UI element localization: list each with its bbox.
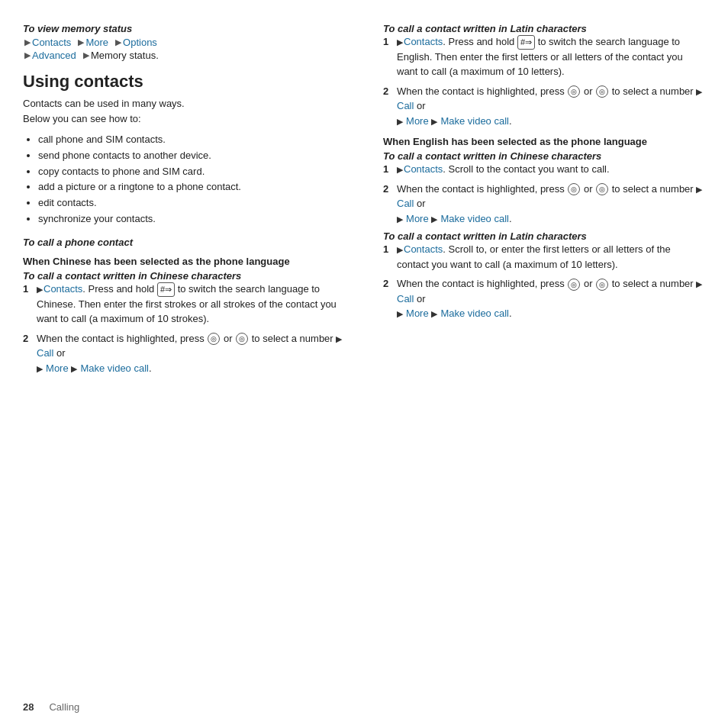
arrow-more-lb: ▶ bbox=[397, 309, 405, 318]
circle-icon-rt-1: ◎ bbox=[568, 85, 580, 98]
list-item: edit contacts. bbox=[38, 195, 345, 211]
step2-num-rt: 2 bbox=[383, 84, 397, 129]
step2-left: 2 When the contact is highlighted, press… bbox=[23, 331, 345, 376]
page-number: 28 bbox=[23, 701, 34, 713]
video-link-lb[interactable]: Make video call bbox=[440, 308, 509, 319]
step2-content-cr: When the contact is highlighted, press ◎… bbox=[397, 182, 705, 227]
arrow-video-cr: ▶ bbox=[431, 214, 440, 224]
contacts-link-cr[interactable]: Contacts bbox=[404, 163, 443, 175]
step1-text-cr: . Scroll to the contact you want to call… bbox=[443, 163, 609, 175]
step1-text: . Press and hold bbox=[82, 283, 154, 295]
video-link-rt[interactable]: Make video call bbox=[440, 115, 509, 127]
list-item: send phone contacts to another device. bbox=[38, 148, 345, 164]
when-chinese-heading: When Chinese has been selected as the ph… bbox=[23, 256, 345, 267]
step1-num-rt: 1 bbox=[383, 34, 397, 79]
memory-nav-line-1: ▶ Contacts ▶ More ▶ Options bbox=[23, 37, 345, 48]
intro-text: Contacts can be used in many ways. Below… bbox=[23, 96, 345, 126]
arrow-contacts-rt: ▶ bbox=[397, 37, 403, 47]
more-link-left[interactable]: More bbox=[46, 362, 69, 374]
step2-select-text-rt: to select a number bbox=[612, 85, 694, 97]
step2-select-lb: to select a number bbox=[612, 278, 694, 289]
step1-left: 1 ▶Contacts. Press and hold #⇒ to switch… bbox=[23, 282, 345, 327]
arrow-call-lb: ▶ bbox=[696, 279, 702, 288]
memory-status-heading: To view memory status bbox=[23, 23, 345, 34]
arrow-call-cr: ▶ bbox=[696, 185, 702, 194]
step2-num-cr: 2 bbox=[383, 182, 397, 227]
list-item: synchronize your contacts. bbox=[38, 211, 345, 227]
step1-text-rt: . Press and hold bbox=[443, 36, 514, 47]
contacts-link-lb[interactable]: Contacts bbox=[404, 243, 443, 255]
nav-arrow-6: ▶ bbox=[24, 50, 31, 60]
arrow-call: ▶ bbox=[336, 334, 342, 343]
arrow-video: ▶ bbox=[71, 364, 79, 373]
step1-content-lb: ▶Contacts. Scroll to, or enter the first… bbox=[397, 242, 705, 272]
nav-arrow-5: ▶ bbox=[115, 37, 121, 47]
call-link-rt[interactable]: Call bbox=[397, 100, 414, 111]
period-left: . bbox=[149, 362, 152, 374]
call-link-lb[interactable]: Call bbox=[397, 293, 414, 304]
arrow-contacts-lb: ▶ bbox=[397, 245, 403, 254]
step2-or-lb: or bbox=[584, 278, 595, 289]
step1-right-top: 1 ▶Contacts. Press and hold #⇒ to switch… bbox=[383, 34, 705, 79]
arrow-more-rt: ▶ bbox=[397, 117, 405, 126]
options-link[interactable]: Options bbox=[123, 37, 157, 48]
step2-num: 2 bbox=[23, 331, 37, 376]
period-1: . bbox=[156, 50, 159, 61]
period-lb: . bbox=[509, 308, 512, 319]
video-link-left[interactable]: Make video call bbox=[80, 362, 149, 374]
call-link-left[interactable]: Call bbox=[37, 347, 53, 359]
circle-icon-cr-1: ◎ bbox=[568, 183, 580, 195]
arrow-call-rt: ▶ bbox=[696, 87, 702, 96]
left-column: To view memory status ▶ Contacts ▶ More … bbox=[23, 23, 353, 380]
step1-chinese-right: 1 ▶Contacts. Scroll to the contact you w… bbox=[383, 162, 705, 177]
memory-status-text: Memory status bbox=[91, 50, 156, 61]
step1-num-lb: 1 bbox=[383, 242, 397, 272]
step2-text1-lb: When the contact is highlighted, press bbox=[397, 278, 565, 289]
advanced-link[interactable]: Advanced bbox=[32, 50, 76, 61]
nav-arrow-2 bbox=[72, 38, 75, 47]
step2-content-rt: When the contact is highlighted, press ◎… bbox=[397, 84, 705, 129]
step2-text1-rt: When the contact is highlighted, press bbox=[397, 85, 565, 97]
feature-list: call phone and SIM contacts. send phone … bbox=[23, 132, 345, 227]
arrow-more: ▶ bbox=[37, 364, 45, 373]
more-link-cr[interactable]: More bbox=[406, 213, 429, 224]
step2-chinese-right: 2 When the contact is highlighted, press… bbox=[383, 182, 705, 227]
period-rt1: . bbox=[509, 115, 512, 127]
chinese-chars-heading-right: To call a contact written in Chinese cha… bbox=[383, 150, 705, 162]
contacts-link-1[interactable]: Contacts bbox=[32, 37, 71, 48]
circle-icon-lb-1: ◎ bbox=[568, 279, 580, 291]
right-column: To call a contact written in Latin chara… bbox=[375, 23, 705, 380]
step2-content-lb: When the contact is highlighted, press ◎… bbox=[397, 276, 705, 321]
list-item: copy contacts to phone and SIM card. bbox=[38, 164, 345, 180]
circle-icon-2: ◎ bbox=[236, 333, 248, 345]
arrow-video-lb: ▶ bbox=[431, 309, 440, 318]
step2-or-rt: or bbox=[584, 85, 595, 97]
step2-latin-bottom: 2 When the contact is highlighted, press… bbox=[383, 276, 705, 321]
step2-or-cr: or bbox=[584, 183, 595, 195]
nav-arrow-4 bbox=[110, 38, 112, 47]
circle-icon-1: ◎ bbox=[208, 333, 220, 345]
more-link-rt[interactable]: More bbox=[406, 115, 429, 127]
call-link-cr[interactable]: Call bbox=[397, 198, 414, 209]
step1-num-cr: 1 bbox=[383, 162, 397, 177]
step2-text1: When the contact is highlighted, press bbox=[37, 333, 205, 344]
or-2: or bbox=[56, 347, 66, 359]
step1-content-cr: ▶Contacts. Scroll to the contact you wan… bbox=[397, 162, 705, 177]
list-item: add a picture or a ringtone to a phone c… bbox=[38, 179, 345, 195]
step2-select-text: to select a number bbox=[252, 333, 333, 344]
contacts-link-left-1[interactable]: Contacts bbox=[43, 283, 82, 295]
step2-select-cr: to select a number bbox=[612, 183, 694, 195]
circle-icon-rt-2: ◎ bbox=[596, 85, 608, 98]
step1-content-rt: ▶Contacts. Press and hold #⇒ to switch t… bbox=[397, 34, 705, 79]
nav-arrow-1: ▶ bbox=[24, 37, 31, 47]
contacts-link-rt-1[interactable]: Contacts bbox=[404, 36, 443, 47]
when-english-heading: When English has been selected as the ph… bbox=[383, 136, 705, 147]
video-link-cr[interactable]: Make video call bbox=[440, 213, 509, 224]
circle-icon-cr-2: ◎ bbox=[596, 183, 608, 195]
step2-or: or bbox=[224, 333, 235, 344]
or-2-lb: or bbox=[417, 293, 426, 304]
call-phone-heading: To call a phone contact bbox=[23, 237, 345, 248]
latin-chars-heading-top: To call a contact written in Latin chara… bbox=[383, 23, 705, 34]
more-link-1[interactable]: More bbox=[85, 37, 108, 48]
more-link-lb[interactable]: More bbox=[406, 308, 429, 319]
